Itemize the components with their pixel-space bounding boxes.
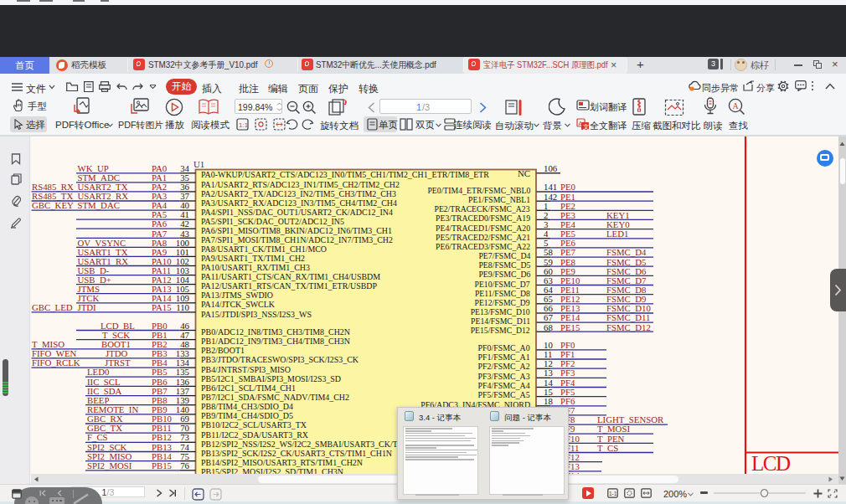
- svg-text:59: 59: [544, 257, 553, 267]
- svg-text:3: 3: [544, 219, 548, 229]
- svg-text:GBC_TX: GBC_TX: [87, 423, 122, 433]
- svg-text:BEEP: BEEP: [87, 395, 109, 405]
- svg-text:PB15/SPI2_MOSI/I2S2_SD/TIM1_CH: PB15/SPI2_MOSI/I2S2_SD/TIM1_CH3N: [201, 466, 343, 474]
- svg-text:PA15: PA15: [152, 302, 172, 312]
- svg-text:LED1: LED1: [606, 229, 628, 239]
- svg-text:PE6: PE6: [560, 238, 576, 248]
- svg-text:PE15/FSMC_D12: PE15/FSMC_D12: [471, 325, 530, 335]
- svg-text:68: 68: [544, 322, 553, 332]
- svg-text:NC: NC: [518, 168, 530, 178]
- svg-text:PF2/FSMC_A2: PF2/FSMC_A2: [478, 361, 530, 371]
- svg-text:T_CS: T_CS: [597, 443, 618, 453]
- svg-text:PF4/FSMC_A4: PF4/FSMC_A4: [478, 380, 531, 390]
- svg-text:PE2: PE2: [560, 201, 575, 211]
- svg-text:PE8/FSMC_D5: PE8/FSMC_D5: [478, 260, 530, 270]
- svg-text:PB5/I2C1_SMBAI/SPI3_MOSI/I2S3_: PB5/I2C1_SMBAI/SPI3_MOSI/I2S3_SD: [201, 373, 341, 383]
- svg-text:PE10: PE10: [560, 275, 580, 285]
- svg-text:48: 48: [180, 339, 189, 349]
- svg-text:JTRST: JTRST: [105, 357, 131, 368]
- svg-text:PE15: PE15: [560, 322, 580, 332]
- svg-text:PF5/FSMC_A5: PF5/FSMC_A5: [478, 389, 530, 399]
- svg-text:F_CS: F_CS: [87, 432, 108, 442]
- svg-text:LCD_BL: LCD_BL: [101, 321, 135, 331]
- svg-text:70: 70: [180, 423, 189, 433]
- svg-text:STM_DAC: STM_DAC: [78, 200, 120, 210]
- svg-text:PB14: PB14: [152, 451, 173, 461]
- svg-text:SPI2_MISO: SPI2_MISO: [87, 451, 132, 461]
- svg-text:73: 73: [180, 432, 189, 442]
- svg-text:1: 1: [544, 201, 548, 211]
- svg-text:LCD: LCD: [751, 452, 791, 474]
- svg-text:PE0: PE0: [560, 182, 575, 192]
- svg-text:139: 139: [176, 395, 189, 405]
- svg-text:134: 134: [176, 357, 190, 368]
- svg-text:PB3/JTDO/TRACESWO/SPI3_SCK/I2S: PB3/JTDO/TRACESWO/SPI3_SCK/I2S3_CK: [201, 354, 359, 364]
- svg-text:FSMC_D10: FSMC_D10: [606, 303, 651, 313]
- svg-text:FSMC_D5: FSMC_D5: [606, 257, 646, 267]
- svg-text:PF3: PF3: [560, 368, 575, 378]
- svg-text:PF3/FSMC_A3: PF3/FSMC_A3: [478, 371, 530, 381]
- svg-text:PB2: PB2: [152, 339, 168, 349]
- svg-text:PB11/I2C2_SDA/USART3_RX: PB11/I2C2_SDA/USART3_RX: [201, 429, 308, 440]
- svg-text:PE4/TRACED1/FSMC_A20: PE4/TRACED1/FSMC_A20: [436, 223, 530, 233]
- svg-text:PB15: PB15: [152, 460, 172, 471]
- svg-text:67: 67: [544, 312, 553, 322]
- svg-text:PE0/TIM4_ETR/FSMC_NBL0: PE0/TIM4_ETR/FSMC_NBL0: [427, 185, 530, 195]
- svg-text:63: 63: [544, 275, 553, 285]
- svg-text:PA15/JTDI/SPI3_NSS/I2S3_WS: PA15/JTDI/SPI3_NSS/I2S3_WS: [201, 309, 312, 319]
- svg-text:5: 5: [544, 238, 548, 248]
- svg-text:136: 136: [176, 377, 190, 387]
- svg-text:PE12/FSMC_D9: PE12/FSMC_D9: [475, 297, 530, 307]
- svg-text:PE13: PE13: [560, 303, 580, 313]
- svg-text:GBC_LED: GBC_LED: [32, 302, 73, 312]
- svg-text:11: 11: [544, 349, 552, 359]
- svg-text:文: 文: [583, 123, 590, 131]
- svg-text:IIC_SCL: IIC_SCL: [87, 377, 121, 387]
- svg-text:U1: U1: [193, 159, 204, 169]
- svg-text:SPI2_MOSI: SPI2_MOSI: [87, 460, 132, 471]
- svg-text:KEY0: KEY0: [606, 219, 630, 229]
- svg-text:FSMC_D12: FSMC_D12: [606, 322, 651, 332]
- svg-text:13: 13: [544, 368, 553, 378]
- svg-text:PF1: PF1: [560, 349, 575, 359]
- svg-text:66: 66: [544, 303, 553, 313]
- svg-text:PF6: PF6: [560, 396, 575, 406]
- svg-text:1:1: 1:1: [239, 121, 249, 129]
- svg-text:GBC_KEY: GBC_KEY: [32, 200, 74, 210]
- svg-text:T_MISO: T_MISO: [32, 339, 64, 349]
- svg-text:106: 106: [544, 163, 558, 173]
- svg-text:14: 14: [544, 378, 553, 388]
- svg-text:FIFO_RCLK: FIFO_RCLK: [32, 357, 80, 368]
- svg-text:PB11: PB11: [152, 423, 172, 433]
- svg-text:FSMC_D7: FSMC_D7: [606, 275, 647, 285]
- svg-text:FSMC_D11: FSMC_D11: [606, 312, 650, 322]
- svg-text:PB8: PB8: [152, 395, 168, 405]
- svg-text:76: 76: [180, 460, 189, 471]
- svg-text:PB7/I2C1_SDA/FSMC_NADV/TIM4_CH: PB7/I2C1_SDA/FSMC_NADV/TIM4_CH2: [201, 392, 349, 402]
- svg-text:75: 75: [180, 451, 189, 461]
- svg-text:PE14: PE14: [560, 312, 580, 322]
- svg-text:PF1/FSMC_A1: PF1/FSMC_A1: [478, 352, 530, 362]
- svg-text:18: 18: [544, 396, 553, 406]
- svg-text:PE11/FSMC_D8: PE11/FSMC_D8: [475, 288, 530, 298]
- svg-text:46: 46: [180, 321, 189, 331]
- svg-text:LIGHT_SENSOR: LIGHT_SENSOR: [597, 414, 664, 424]
- svg-text:PE8: PE8: [560, 257, 575, 267]
- svg-text:JTDI: JTDI: [78, 302, 97, 312]
- svg-text:1-1: 1-1: [609, 491, 617, 496]
- svg-text:PB0: PB0: [152, 321, 168, 331]
- svg-text:PB6: PB6: [152, 377, 168, 387]
- svg-text:PE6/TRACED3/FSMC_A22: PE6/TRACED3/FSMC_A22: [436, 241, 530, 251]
- svg-text:PB12: PB12: [152, 432, 172, 442]
- svg-text:PB1/ADC12_IN9/TIM3_CH4/TIM8_CH: PB1/ADC12_IN9/TIM3_CH4/TIM8_CH3N: [201, 336, 350, 346]
- svg-text:PF0/FSMC_A0: PF0/FSMC_A0: [478, 342, 530, 352]
- svg-text:141: 141: [544, 182, 557, 192]
- svg-text:110: 110: [176, 302, 189, 312]
- svg-text:PE3/TRACED0/FSMC_A19: PE3/TRACED0/FSMC_A19: [436, 213, 530, 223]
- svg-text:PE4: PE4: [560, 219, 576, 229]
- svg-text:BOOT1: BOOT1: [101, 339, 131, 349]
- svg-text:PF4: PF4: [560, 378, 575, 388]
- svg-text:PB4: PB4: [152, 357, 168, 368]
- svg-text:PB9/TIM4_CH4/SDIO_D5: PB9/TIM4_CH4/SDIO_D5: [201, 410, 293, 420]
- svg-text:A: A: [733, 101, 740, 111]
